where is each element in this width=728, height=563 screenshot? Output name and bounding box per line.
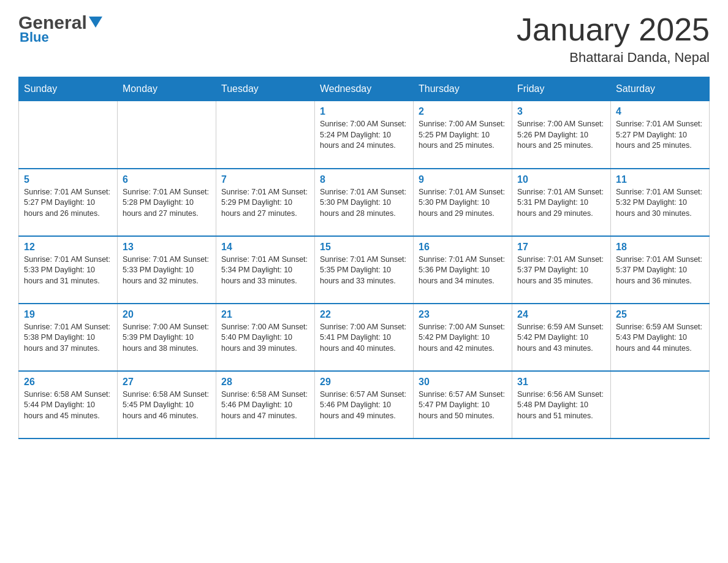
calendar-cell: 21Sunrise: 7:00 AM Sunset: 5:40 PM Dayli… <box>216 304 315 371</box>
day-number: 31 <box>517 377 605 388</box>
day-info: Sunrise: 7:01 AM Sunset: 5:34 PM Dayligh… <box>221 255 309 287</box>
header-cell-saturday: Saturday <box>611 77 710 101</box>
day-info: Sunrise: 7:01 AM Sunset: 5:27 PM Dayligh… <box>616 119 704 151</box>
calendar-cell: 12Sunrise: 7:01 AM Sunset: 5:33 PM Dayli… <box>19 236 118 304</box>
page-header: General Blue January 2025 Bhattarai Dand… <box>18 12 710 66</box>
calendar-cell: 1Sunrise: 7:00 AM Sunset: 5:24 PM Daylig… <box>315 101 414 169</box>
calendar-cell: 18Sunrise: 7:01 AM Sunset: 5:37 PM Dayli… <box>611 236 710 304</box>
calendar-cell: 5Sunrise: 7:01 AM Sunset: 5:27 PM Daylig… <box>19 169 118 236</box>
day-number: 10 <box>517 174 605 185</box>
day-info: Sunrise: 7:01 AM Sunset: 5:29 PM Dayligh… <box>221 187 309 220</box>
day-info: Sunrise: 6:59 AM Sunset: 5:42 PM Dayligh… <box>517 322 605 354</box>
day-number: 12 <box>24 242 112 253</box>
calendar-cell: 9Sunrise: 7:01 AM Sunset: 5:30 PM Daylig… <box>414 169 512 236</box>
calendar-cell: 31Sunrise: 6:56 AM Sunset: 5:48 PM Dayli… <box>512 371 611 439</box>
week-row-5: 26Sunrise: 6:58 AM Sunset: 5:44 PM Dayli… <box>19 371 710 439</box>
calendar-table: SundayMondayTuesdayWednesdayThursdayFrid… <box>18 77 710 439</box>
calendar-cell: 22Sunrise: 7:00 AM Sunset: 5:41 PM Dayli… <box>315 304 414 371</box>
day-number: 9 <box>419 174 507 185</box>
calendar-cell: 28Sunrise: 6:58 AM Sunset: 5:46 PM Dayli… <box>216 371 315 439</box>
day-info: Sunrise: 7:00 AM Sunset: 5:25 PM Dayligh… <box>419 119 507 151</box>
day-info: Sunrise: 7:01 AM Sunset: 5:30 PM Dayligh… <box>320 187 408 220</box>
day-info: Sunrise: 7:00 AM Sunset: 5:26 PM Dayligh… <box>517 119 605 151</box>
calendar-cell: 26Sunrise: 6:58 AM Sunset: 5:44 PM Dayli… <box>19 371 118 439</box>
day-info: Sunrise: 7:01 AM Sunset: 5:33 PM Dayligh… <box>123 255 211 287</box>
day-info: Sunrise: 7:00 AM Sunset: 5:41 PM Dayligh… <box>320 322 408 354</box>
day-info: Sunrise: 7:01 AM Sunset: 5:36 PM Dayligh… <box>419 255 507 287</box>
day-number: 4 <box>616 106 704 117</box>
day-info: Sunrise: 7:00 AM Sunset: 5:24 PM Dayligh… <box>320 119 408 151</box>
day-info: Sunrise: 7:01 AM Sunset: 5:32 PM Dayligh… <box>616 187 704 220</box>
calendar-cell: 29Sunrise: 6:57 AM Sunset: 5:46 PM Dayli… <box>315 371 414 439</box>
day-number: 14 <box>221 242 309 253</box>
week-row-4: 19Sunrise: 7:01 AM Sunset: 5:38 PM Dayli… <box>19 304 710 371</box>
calendar-cell <box>216 101 315 169</box>
calendar-cell: 20Sunrise: 7:00 AM Sunset: 5:39 PM Dayli… <box>118 304 216 371</box>
day-number: 19 <box>24 309 112 320</box>
calendar-cell <box>118 101 216 169</box>
day-number: 5 <box>24 174 112 185</box>
week-row-2: 5Sunrise: 7:01 AM Sunset: 5:27 PM Daylig… <box>19 169 710 236</box>
calendar-cell: 24Sunrise: 6:59 AM Sunset: 5:42 PM Dayli… <box>512 304 611 371</box>
calendar-cell: 10Sunrise: 7:01 AM Sunset: 5:31 PM Dayli… <box>512 169 611 236</box>
logo: General Blue <box>18 12 102 45</box>
page-title: January 2025 <box>517 12 710 47</box>
title-block: January 2025 Bhattarai Danda, Nepal <box>517 12 710 66</box>
calendar-cell: 14Sunrise: 7:01 AM Sunset: 5:34 PM Dayli… <box>216 236 315 304</box>
week-row-3: 12Sunrise: 7:01 AM Sunset: 5:33 PM Dayli… <box>19 236 710 304</box>
day-number: 7 <box>221 174 309 185</box>
calendar-cell: 3Sunrise: 7:00 AM Sunset: 5:26 PM Daylig… <box>512 101 611 169</box>
day-info: Sunrise: 6:58 AM Sunset: 5:45 PM Dayligh… <box>123 389 211 422</box>
day-info: Sunrise: 6:58 AM Sunset: 5:46 PM Dayligh… <box>221 389 309 422</box>
header-row: SundayMondayTuesdayWednesdayThursdayFrid… <box>19 77 710 101</box>
calendar-cell: 7Sunrise: 7:01 AM Sunset: 5:29 PM Daylig… <box>216 169 315 236</box>
header-cell-tuesday: Tuesday <box>216 77 315 101</box>
day-number: 26 <box>24 377 112 388</box>
calendar-cell: 25Sunrise: 6:59 AM Sunset: 5:43 PM Dayli… <box>611 304 710 371</box>
day-info: Sunrise: 7:01 AM Sunset: 5:37 PM Dayligh… <box>616 255 704 287</box>
day-info: Sunrise: 7:01 AM Sunset: 5:28 PM Dayligh… <box>123 187 211 220</box>
calendar-cell: 15Sunrise: 7:01 AM Sunset: 5:35 PM Dayli… <box>315 236 414 304</box>
calendar-cell: 2Sunrise: 7:00 AM Sunset: 5:25 PM Daylig… <box>414 101 512 169</box>
calendar-cell: 17Sunrise: 7:01 AM Sunset: 5:37 PM Dayli… <box>512 236 611 304</box>
day-number: 29 <box>320 377 408 388</box>
day-number: 24 <box>517 309 605 320</box>
day-info: Sunrise: 7:00 AM Sunset: 5:39 PM Dayligh… <box>123 322 211 354</box>
header-cell-friday: Friday <box>512 77 611 101</box>
calendar-cell: 27Sunrise: 6:58 AM Sunset: 5:45 PM Dayli… <box>118 371 216 439</box>
calendar-cell: 4Sunrise: 7:01 AM Sunset: 5:27 PM Daylig… <box>611 101 710 169</box>
day-number: 30 <box>419 377 507 388</box>
day-info: Sunrise: 7:01 AM Sunset: 5:38 PM Dayligh… <box>24 322 112 354</box>
day-number: 2 <box>419 106 507 117</box>
day-info: Sunrise: 6:56 AM Sunset: 5:48 PM Dayligh… <box>517 389 605 422</box>
day-info: Sunrise: 7:01 AM Sunset: 5:33 PM Dayligh… <box>24 255 112 287</box>
day-number: 22 <box>320 309 408 320</box>
day-number: 20 <box>123 309 211 320</box>
day-number: 27 <box>123 377 211 388</box>
calendar-cell: 8Sunrise: 7:01 AM Sunset: 5:30 PM Daylig… <box>315 169 414 236</box>
calendar-cell: 6Sunrise: 7:01 AM Sunset: 5:28 PM Daylig… <box>118 169 216 236</box>
header-cell-wednesday: Wednesday <box>315 77 414 101</box>
week-row-1: 1Sunrise: 7:00 AM Sunset: 5:24 PM Daylig… <box>19 101 710 169</box>
day-number: 25 <box>616 309 704 320</box>
day-number: 6 <box>123 174 211 185</box>
day-info: Sunrise: 7:01 AM Sunset: 5:31 PM Dayligh… <box>517 187 605 220</box>
day-number: 8 <box>320 174 408 185</box>
day-number: 23 <box>419 309 507 320</box>
day-info: Sunrise: 6:59 AM Sunset: 5:43 PM Dayligh… <box>616 322 704 354</box>
day-number: 21 <box>221 309 309 320</box>
day-number: 16 <box>419 242 507 253</box>
day-number: 18 <box>616 242 704 253</box>
logo-blue-text: Blue <box>20 29 49 45</box>
svg-marker-0 <box>89 17 102 28</box>
header-cell-thursday: Thursday <box>414 77 512 101</box>
calendar-cell <box>611 371 710 439</box>
calendar-header: SundayMondayTuesdayWednesdayThursdayFrid… <box>19 77 710 101</box>
day-number: 1 <box>320 106 408 117</box>
day-info: Sunrise: 7:01 AM Sunset: 5:30 PM Dayligh… <box>419 187 507 220</box>
calendar-body: 1Sunrise: 7:00 AM Sunset: 5:24 PM Daylig… <box>19 101 710 439</box>
day-info: Sunrise: 7:01 AM Sunset: 5:37 PM Dayligh… <box>517 255 605 287</box>
day-info: Sunrise: 7:01 AM Sunset: 5:27 PM Dayligh… <box>24 187 112 220</box>
header-cell-sunday: Sunday <box>19 77 118 101</box>
day-number: 3 <box>517 106 605 117</box>
